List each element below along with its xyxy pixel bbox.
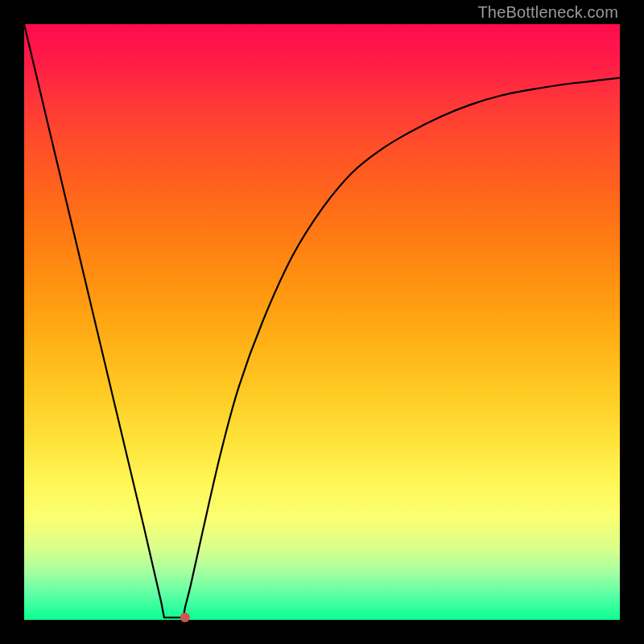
minimum-point-dot (180, 613, 190, 622)
chart-container: TheBottleneck.com (0, 0, 644, 644)
curve-left-branch (24, 24, 164, 617)
chart-svg (24, 24, 620, 620)
watermark-text: TheBottleneck.com (477, 3, 618, 22)
curve-right-branch (184, 78, 620, 617)
plot-area (24, 24, 620, 620)
